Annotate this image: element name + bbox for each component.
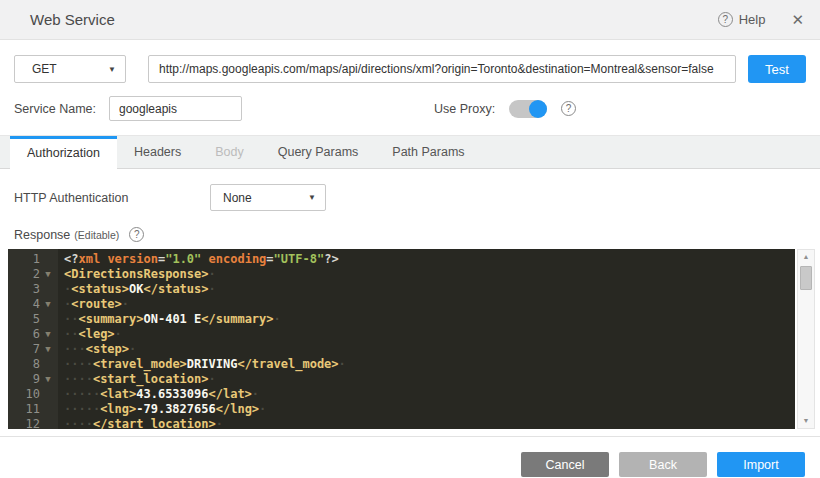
response-label: Response <box>14 228 70 242</box>
fold-arrow-icon[interactable]: ▼ <box>40 372 56 387</box>
tab-headers[interactable]: Headers <box>117 136 198 168</box>
fold-arrow-icon[interactable]: ▼ <box>40 267 56 282</box>
scroll-up-icon[interactable]: ▲ <box>803 250 810 264</box>
line-number: 7 <box>8 342 40 357</box>
response-editor-wrap: 1<?xml version="1.0" encoding="UTF-8"?>2… <box>8 249 815 429</box>
line-number: 3 <box>8 282 40 297</box>
proxy-help-icon[interactable]: ? <box>561 101 576 116</box>
scrollbar-thumb[interactable] <box>800 266 812 290</box>
chevron-down-icon: ▼ <box>108 65 116 74</box>
line-number: 6 <box>8 327 40 342</box>
http-auth-select[interactable]: None ▼ <box>210 184 326 211</box>
editor-line: 3·<status>OK</status>· <box>8 282 795 297</box>
http-auth-row: HTTP Authentication None ▼ <box>14 184 806 211</box>
response-header-row: Response (Editable) ? <box>14 227 806 242</box>
dialog-header: Web Service ? Help ✕ <box>0 0 820 40</box>
use-proxy-toggle[interactable] <box>509 100 547 118</box>
request-url-row: GET ▼ Test <box>14 55 806 83</box>
http-auth-value: None <box>223 191 252 205</box>
line-number: 1 <box>8 252 40 267</box>
editor-line: 7▼···<step>· <box>8 342 795 357</box>
service-name-label: Service Name: <box>14 102 96 116</box>
fold-arrow-icon <box>40 312 56 327</box>
fold-arrow-icon <box>40 387 56 402</box>
response-help-icon[interactable]: ? <box>129 227 144 242</box>
fold-arrow-icon[interactable]: ▼ <box>40 327 56 342</box>
editor-scrollbar[interactable]: ▲ ▼ <box>797 249 815 429</box>
close-icon[interactable]: ✕ <box>791 11 804 29</box>
editor-line: 5··<summary>ON-401 E</summary>· <box>8 312 795 327</box>
import-button[interactable]: Import <box>717 452 805 477</box>
line-number: 11 <box>8 402 40 417</box>
editor-line: 11·····<lng>-79.3827656</lng>· <box>8 402 795 417</box>
help-circle-icon: ? <box>718 12 733 27</box>
fold-arrow-icon[interactable]: ▼ <box>40 342 56 357</box>
service-name-input[interactable] <box>109 96 242 121</box>
url-input[interactable] <box>148 55 736 83</box>
line-number: 5 <box>8 312 40 327</box>
line-number: 4 <box>8 297 40 312</box>
fold-arrow-icon <box>40 402 56 417</box>
http-auth-label: HTTP Authentication <box>14 191 210 205</box>
tab-query-params[interactable]: Query Params <box>261 136 376 168</box>
tab-body: Body <box>198 136 261 168</box>
test-button[interactable]: Test <box>748 55 806 83</box>
footer-actions: Cancel Back Import <box>0 437 820 477</box>
editor-line: 1<?xml version="1.0" encoding="UTF-8"?> <box>8 252 795 267</box>
response-editable-label: (Editable) <box>74 229 119 241</box>
scroll-down-icon[interactable]: ▼ <box>803 414 810 428</box>
method-value: GET <box>32 62 57 76</box>
editor-line: 4▼·<route>· <box>8 297 795 312</box>
fold-arrow-icon[interactable]: ▼ <box>40 297 56 312</box>
fold-arrow-icon <box>40 252 56 267</box>
line-number: 10 <box>8 387 40 402</box>
fold-arrow-icon <box>40 357 56 372</box>
editor-line: 2▼<DirectionsResponse>· <box>8 267 795 282</box>
editor-line: 8····<travel_mode>DRIVING</travel_mode>· <box>8 357 795 372</box>
cancel-button[interactable]: Cancel <box>521 452 609 477</box>
tab-bar: AuthorizationHeadersBodyQuery ParamsPath… <box>0 135 820 169</box>
web-service-dialog: Web Service ? Help ✕ GET ▼ Test Service … <box>0 0 820 478</box>
tab-path-params[interactable]: Path Params <box>375 136 481 168</box>
toggle-knob <box>529 100 547 118</box>
line-number: 12 <box>8 417 40 429</box>
use-proxy-label: Use Proxy: <box>434 102 495 116</box>
editor-line: 9▼····<start_location>· <box>8 372 795 387</box>
help-button[interactable]: ? Help <box>718 12 766 27</box>
editor-line: 10·····<lat>43.6533096</lat>· <box>8 387 795 402</box>
method-select[interactable]: GET ▼ <box>14 55 126 83</box>
response-code-editor[interactable]: 1<?xml version="1.0" encoding="UTF-8"?>2… <box>8 249 795 429</box>
chevron-down-icon: ▼ <box>308 193 316 202</box>
editor-lines: 1<?xml version="1.0" encoding="UTF-8"?>2… <box>8 252 795 429</box>
page-title: Web Service <box>30 11 718 28</box>
editor-line: 12····</start_location>· <box>8 417 795 429</box>
line-number: 8 <box>8 357 40 372</box>
tab-authorization[interactable]: Authorization <box>10 136 117 169</box>
fold-arrow-icon <box>40 417 56 429</box>
editor-line: 6▼··<leg>· <box>8 327 795 342</box>
line-number: 2 <box>8 267 40 282</box>
service-name-row: Service Name: Use Proxy: ? <box>14 96 806 121</box>
back-button[interactable]: Back <box>619 452 707 477</box>
help-label: Help <box>739 12 766 27</box>
line-number: 9 <box>8 372 40 387</box>
fold-arrow-icon <box>40 282 56 297</box>
request-config: GET ▼ Test Service Name: Use Proxy: ? <box>0 40 820 121</box>
